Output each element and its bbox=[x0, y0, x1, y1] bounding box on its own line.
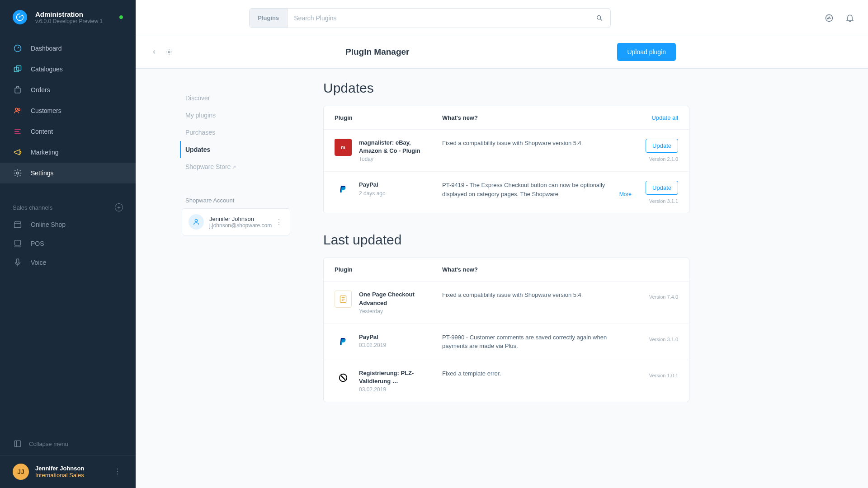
account-email: j.johnson@shopware.com bbox=[209, 222, 272, 229]
user-name: Jennifer Johnson bbox=[35, 465, 84, 472]
customers-icon bbox=[13, 106, 23, 116]
search-input[interactable] bbox=[288, 9, 589, 28]
logo-row: Administration v.6.0.0 Developer Preview… bbox=[0, 0, 136, 33]
nav-label: Dashboard bbox=[31, 45, 62, 52]
account-name: Jennifer Johnson bbox=[209, 216, 272, 222]
subnav-discover[interactable]: Discover bbox=[185, 89, 255, 107]
subnav-shopware-store[interactable]: Shopware Store bbox=[185, 158, 255, 175]
account-avatar-icon bbox=[189, 214, 204, 230]
plugin-version: Version 2.1.0 bbox=[635, 156, 678, 162]
notifications-button[interactable] bbox=[845, 14, 854, 23]
marketing-icon bbox=[13, 147, 23, 157]
plugin-date: 2 days ago bbox=[359, 190, 435, 197]
channels-header-row: Sales channels + bbox=[0, 189, 136, 215]
nav-label: Catalogues bbox=[31, 66, 63, 73]
main-nav: Dashboard Catalogues Orders Customers Co… bbox=[0, 33, 136, 189]
plugin-version: Version 1.0.1 bbox=[635, 373, 678, 378]
channel-label: Online Shop bbox=[31, 221, 66, 228]
nav-marketing[interactable]: Marketing bbox=[0, 142, 136, 163]
app-logo[interactable] bbox=[13, 10, 27, 24]
gear-icon bbox=[165, 48, 173, 56]
channel-voice[interactable]: Voice bbox=[0, 253, 136, 272]
nav-label: Orders bbox=[31, 86, 50, 94]
plugin-date: Today bbox=[359, 156, 435, 162]
back-button[interactable] bbox=[149, 47, 159, 57]
svg-point-6 bbox=[17, 172, 19, 174]
page-settings-button[interactable] bbox=[164, 47, 175, 57]
pos-icon bbox=[13, 239, 23, 249]
plugin-date: 03.02.2019 bbox=[359, 386, 435, 393]
col-plugin: Plugin bbox=[335, 266, 442, 273]
subnav-my-plugins[interactable]: My plugins bbox=[185, 107, 255, 124]
topbar: Plugins bbox=[136, 0, 868, 36]
subnav-updates[interactable]: Updates bbox=[180, 141, 255, 158]
storefront-icon bbox=[13, 220, 23, 230]
col-news: What's new? bbox=[442, 114, 651, 121]
app-version: v.6.0.0 Developer Preview 1 bbox=[35, 18, 103, 24]
update-row: PayPal 2 days ago PT-9419 - The Express … bbox=[324, 172, 689, 213]
subnav-purchases[interactable]: Purchases bbox=[185, 124, 255, 141]
content-scroll: Updates Plugin What's new? Update all m … bbox=[264, 69, 868, 488]
nav-catalogues[interactable]: Catalogues bbox=[0, 59, 136, 80]
nav-orders[interactable]: Orders bbox=[0, 80, 136, 100]
svg-point-5 bbox=[18, 108, 20, 110]
plugin-version: Version 7.4.0 bbox=[635, 294, 678, 300]
search-scope-button[interactable]: Plugins bbox=[250, 9, 288, 28]
collapse-icon bbox=[13, 439, 23, 449]
channel-online-shop[interactable]: Online Shop bbox=[0, 215, 136, 234]
main-area: Plugins Plugin Manager Upload plugin Dis… bbox=[136, 0, 868, 488]
plugin-icon-paypal bbox=[335, 333, 352, 350]
col-news: What's new? bbox=[442, 266, 678, 273]
plugin-name: One Page Checkout Advanced bbox=[359, 291, 435, 307]
search-wrap: Plugins bbox=[249, 8, 611, 28]
user-avatar[interactable]: JJ bbox=[13, 464, 29, 480]
svg-rect-3 bbox=[15, 88, 20, 93]
channel-label: POS bbox=[31, 240, 44, 247]
settings-icon bbox=[13, 168, 23, 178]
plugin-news: Fixed a compatibility issue with Shopwar… bbox=[442, 291, 635, 300]
plugin-icon-onepage bbox=[335, 291, 352, 308]
plugin-name: magnalister: eBay, Amazon & Co - Plugin bbox=[359, 139, 435, 155]
sidebar: Administration v.6.0.0 Developer Preview… bbox=[0, 0, 136, 488]
nav-settings[interactable]: Settings bbox=[0, 163, 136, 183]
plugin-date: Yesterday bbox=[359, 308, 435, 314]
svg-point-11 bbox=[826, 14, 832, 21]
last-updated-title: Last updated bbox=[323, 232, 689, 248]
update-row: m magnalister: eBay, Amazon & Co - Plugi… bbox=[324, 130, 689, 172]
channel-pos[interactable]: POS bbox=[0, 234, 136, 253]
last-row: Registrierung: PLZ-Validierung … 03.02.2… bbox=[324, 360, 689, 402]
updates-card: Plugin What's new? Update all m magnalis… bbox=[323, 106, 689, 213]
plugin-news: Fixed a compatibility issue with Shopwar… bbox=[442, 139, 635, 148]
status-indicator bbox=[119, 15, 123, 19]
plugin-version: Version 3.1.1 bbox=[635, 198, 678, 204]
plugin-icon-registration bbox=[335, 369, 352, 386]
collapse-label: Collapse menu bbox=[29, 441, 68, 447]
activity-button[interactable] bbox=[825, 14, 834, 23]
nav-label: Content bbox=[31, 128, 53, 135]
plugin-news-text: PT-9419 - The Express Checkout button ca… bbox=[442, 182, 605, 197]
user-role: International Sales bbox=[35, 472, 84, 479]
nav-dashboard[interactable]: Dashboard bbox=[0, 38, 136, 59]
update-button[interactable]: Update bbox=[646, 181, 678, 195]
app-title: Administration bbox=[35, 10, 103, 18]
add-channel-button[interactable]: + bbox=[115, 203, 123, 211]
nav-customers[interactable]: Customers bbox=[0, 100, 136, 121]
update-all-button[interactable]: Update all bbox=[651, 114, 678, 121]
last-row: PayPal 03.02.2019 PT-9990 - Customer com… bbox=[324, 324, 689, 360]
svg-rect-7 bbox=[15, 240, 21, 245]
content-icon bbox=[13, 127, 23, 136]
plugin-date: 03.02.2019 bbox=[359, 342, 435, 348]
search-button[interactable] bbox=[589, 9, 610, 28]
more-link[interactable]: More bbox=[619, 190, 632, 198]
user-menu-button[interactable]: ⋮ bbox=[112, 466, 123, 477]
updates-title: Updates bbox=[323, 80, 689, 96]
plugin-name: Registrierung: PLZ-Validierung … bbox=[359, 369, 435, 385]
nav-label: Marketing bbox=[31, 149, 58, 156]
nav-content[interactable]: Content bbox=[0, 121, 136, 142]
channels-heading: Sales channels bbox=[13, 204, 52, 211]
update-button[interactable]: Update bbox=[646, 139, 678, 153]
upload-plugin-button[interactable]: Upload plugin bbox=[617, 43, 676, 61]
page-title: Plugin Manager bbox=[345, 47, 409, 57]
orders-icon bbox=[13, 85, 23, 95]
collapse-menu-button[interactable]: Collapse menu bbox=[0, 432, 136, 455]
